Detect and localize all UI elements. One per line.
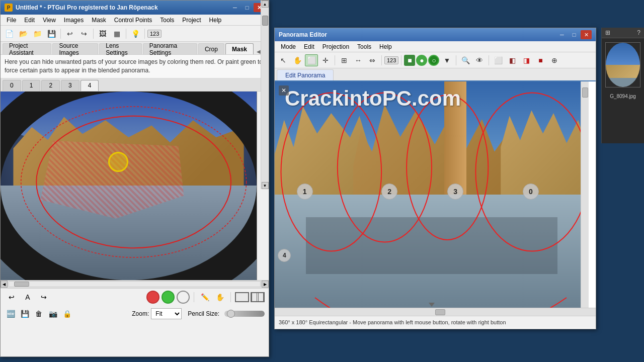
- pano-maximize-button[interactable]: □: [569, 30, 580, 39]
- rect-tool2[interactable]: [251, 292, 265, 302]
- delete-icon-btn[interactable]: 🗑: [33, 308, 45, 319]
- image-tab-2[interactable]: 2: [41, 80, 60, 91]
- pano-crop-tool[interactable]: ⬜: [305, 54, 318, 66]
- open-button[interactable]: 📂: [17, 28, 30, 40]
- thumb-ground: [606, 78, 640, 87]
- pano-menu-projection[interactable]: Projection: [318, 42, 353, 51]
- pano-dropdown-btn[interactable]: ▼: [440, 54, 453, 66]
- menu-project[interactable]: Project: [178, 16, 205, 25]
- menu-help[interactable]: Help: [205, 16, 226, 25]
- pano-overlay-close[interactable]: ✕: [279, 85, 289, 96]
- pano-menu-help[interactable]: Help: [375, 42, 396, 51]
- pano-zoom-in-btn[interactable]: 🔍: [459, 54, 472, 66]
- scroll-up-button[interactable]: ▲: [262, 1, 269, 8]
- pano-vertical-scrollbar[interactable]: [581, 81, 589, 308]
- pano-red-rect-btn[interactable]: ⬜: [492, 54, 505, 66]
- horizontal-scrollbar[interactable]: ◀ ▶: [1, 280, 269, 288]
- open-recent-button[interactable]: 📁: [31, 28, 44, 40]
- pano-red-half-btn[interactable]: ◧: [506, 54, 519, 66]
- add-image-icon-btn[interactable]: 📷: [47, 308, 59, 319]
- pano-hand-tool[interactable]: ✋: [291, 54, 304, 66]
- tab-project-assistant[interactable]: Project Assistant: [3, 43, 51, 54]
- tab-source-images[interactable]: Source Images: [52, 43, 98, 54]
- rect-tool1[interactable]: [235, 292, 249, 302]
- tab-panorama-settings[interactable]: Panorama Settings: [143, 43, 197, 54]
- menu-images[interactable]: Images: [60, 16, 88, 25]
- pano-grid-tool[interactable]: ⊞: [338, 54, 351, 66]
- pano-circle-btn[interactable]: ●: [416, 55, 427, 66]
- pano-move-v-tool[interactable]: ⇔: [366, 54, 379, 66]
- pano-plus-tool[interactable]: ✛: [319, 54, 332, 66]
- menu-edit[interactable]: Edit: [20, 16, 39, 25]
- pano-red-half2-btn[interactable]: ◨: [520, 54, 533, 66]
- tab-crop[interactable]: Crop: [198, 43, 224, 54]
- lock-icon-btn[interactable]: 🔒: [61, 308, 73, 319]
- lamp-button[interactable]: 💡: [129, 28, 142, 40]
- pano-close-button[interactable]: ✕: [581, 30, 592, 39]
- right-help-btn[interactable]: ?: [635, 29, 642, 37]
- hand-tool[interactable]: ✋: [213, 291, 226, 304]
- eraser-tool[interactable]: [177, 291, 190, 304]
- pano-minimize-button[interactable]: ─: [556, 30, 568, 39]
- pano-hscroll-thumb[interactable]: [435, 309, 445, 315]
- menu-tools[interactable]: Tools: [156, 16, 178, 25]
- right-maximize-btn[interactable]: ⊞: [604, 29, 612, 37]
- pano-vscroll-thumb[interactable]: [582, 87, 588, 98]
- pencil-size-slider[interactable]: [224, 311, 265, 317]
- pano-horizontal-scrollbar[interactable]: [275, 308, 596, 316]
- scroll-right-button[interactable]: ▶: [262, 281, 269, 288]
- pano-sep5: [489, 55, 489, 65]
- maximize-button[interactable]: □: [242, 3, 253, 12]
- pano-select-tool[interactable]: ↖: [277, 54, 290, 66]
- scroll-left-button[interactable]: ◀: [1, 281, 8, 288]
- save-button[interactable]: 💾: [45, 28, 58, 40]
- save-project-icon-btn[interactable]: 💾: [19, 308, 31, 319]
- pano-red-full-btn[interactable]: ■: [534, 54, 547, 66]
- image-tab-4[interactable]: 4: [80, 80, 99, 91]
- cp-marker-1[interactable]: 1: [297, 184, 313, 200]
- new-button[interactable]: 📄: [3, 28, 16, 40]
- zoom-select[interactable]: Fit 25% 50% 100% 200%: [151, 308, 182, 319]
- scroll-thumb[interactable]: [262, 16, 268, 26]
- pano-menu-mode[interactable]: Mode: [277, 42, 300, 51]
- undo-draw-button[interactable]: ↩: [5, 291, 19, 304]
- mask-image-area[interactable]: [1, 92, 257, 280]
- minimize-button[interactable]: ─: [229, 3, 240, 12]
- tab-edit-panorama[interactable]: Edit Panorama: [277, 69, 334, 80]
- vertical-scrollbar[interactable]: ▲ ▼: [261, 1, 269, 189]
- tab-mask[interactable]: Mask: [225, 43, 254, 54]
- image-tab-3[interactable]: 3: [61, 80, 79, 91]
- pano-last-btn[interactable]: ⊕: [548, 54, 561, 66]
- image-tab-0[interactable]: 0: [3, 80, 21, 91]
- red-paint-tool[interactable]: [146, 291, 159, 304]
- panorama-editor-button[interactable]: 🖼: [96, 28, 109, 40]
- cp-marker-3[interactable]: 3: [447, 184, 463, 200]
- table-button[interactable]: ▦: [110, 28, 123, 40]
- pano-eye-btn[interactable]: 👁: [473, 54, 486, 66]
- menu-control-points[interactable]: Control Points: [110, 16, 156, 25]
- pano-outline-circle-btn[interactable]: ○: [428, 55, 439, 66]
- redo-draw-button[interactable]: ↪: [37, 291, 51, 304]
- pano-green-btn[interactable]: ■: [404, 55, 415, 66]
- image-tab-1[interactable]: 1: [22, 80, 41, 91]
- pano-toolbar: ↖ ✋ ⬜ ✛ ⊞ ↔ ⇔ 123 ■ ● ○ ▼ 🔍 👁 ⬜ ◧ ◨ ■ ⊕: [275, 52, 596, 68]
- pano-menu-tools[interactable]: Tools: [353, 42, 375, 51]
- new-project-icon-btn[interactable]: 🆕: [5, 308, 17, 319]
- h-scroll-thumb[interactable]: [14, 282, 29, 287]
- green-paint-tool[interactable]: [162, 291, 175, 304]
- menu-file[interactable]: File: [3, 16, 20, 25]
- pen-tool[interactable]: ✏️: [198, 291, 211, 304]
- pano-menu-edit[interactable]: Edit: [300, 42, 318, 51]
- scroll-down-button[interactable]: ▼: [262, 182, 269, 189]
- undo-button[interactable]: ↩: [63, 28, 76, 40]
- menu-view[interactable]: View: [39, 16, 60, 25]
- pano-image-area[interactable]: CrackintoPC.com: [275, 81, 589, 308]
- redo-button[interactable]: ↪: [77, 28, 91, 40]
- menu-mask[interactable]: Mask: [88, 16, 110, 25]
- text-tool-button[interactable]: A: [21, 291, 35, 304]
- cp-marker-0[interactable]: 0: [523, 184, 539, 200]
- tab-lens-settings[interactable]: Lens Settings: [99, 43, 142, 54]
- pano-move-h-tool[interactable]: ↔: [352, 54, 365, 66]
- cp-marker-2[interactable]: 2: [381, 184, 397, 200]
- tab-scroll-left[interactable]: ◀: [257, 49, 261, 54]
